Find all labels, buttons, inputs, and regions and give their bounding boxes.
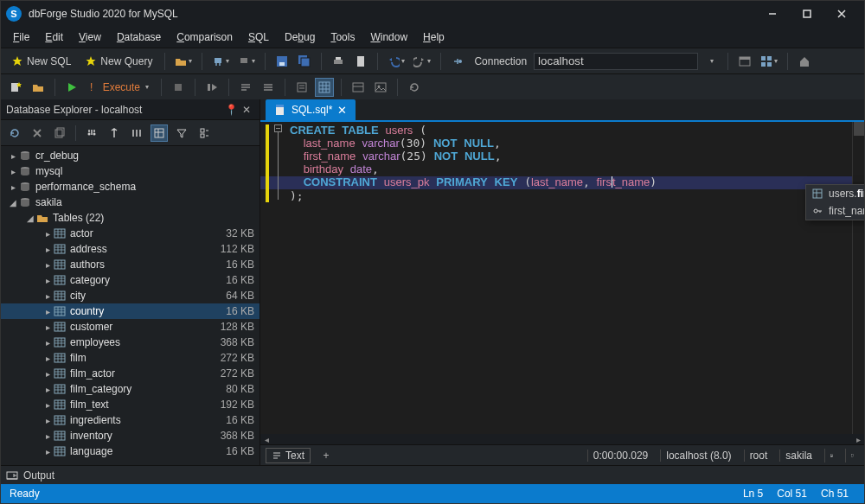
tree-item[interactable]: ▸ customer 128 KB (1, 319, 260, 335)
explorer-tree[interactable]: ▸ cr_debug ▸ mysql ▸ performance_schema … (1, 146, 260, 465)
text-mode-button[interactable]: Text (266, 448, 311, 463)
svg-rect-26 (319, 82, 330, 93)
new-query-button[interactable]: New Query (80, 52, 157, 71)
undo-button[interactable]: ▾ (385, 52, 407, 71)
execute-button[interactable]: ! Execute▾ (85, 78, 154, 97)
minimize-button[interactable] (755, 1, 790, 27)
open-button[interactable]: ▾ (172, 52, 195, 71)
filter1-button[interactable] (83, 124, 100, 142)
filter2-button[interactable] (106, 124, 123, 142)
props-button[interactable] (195, 124, 213, 142)
delete-button[interactable] (29, 124, 46, 142)
panel-close-icon[interactable]: ✕ (239, 104, 254, 116)
save-all-button[interactable] (295, 52, 314, 71)
tree-item[interactable]: ▸ mysql (1, 163, 260, 179)
stop-button[interactable] (169, 78, 188, 97)
new-script-button[interactable] (6, 78, 25, 97)
horizontal-scrollbar[interactable]: ◂▸ (260, 434, 864, 444)
tree-item[interactable]: ▸ country 16 KB (1, 303, 260, 319)
tree-item[interactable]: ▸ actor 32 KB (1, 226, 260, 241)
tree-item[interactable]: ▸ film 272 KB (1, 350, 260, 366)
start-page-button[interactable] (795, 52, 814, 71)
designer-button[interactable] (349, 78, 368, 97)
folder-script-icon (32, 81, 44, 93)
conn-add-button[interactable]: ▾ (209, 52, 232, 71)
new-window-button[interactable] (735, 52, 754, 71)
tree-item[interactable]: ▸ film_actor 272 KB (1, 366, 260, 381)
details-toggle-button[interactable] (151, 124, 168, 142)
svg-rect-48 (54, 338, 65, 347)
add-view-button[interactable]: + (317, 450, 335, 462)
menu-database[interactable]: Database (110, 29, 168, 45)
menu-tools[interactable]: Tools (324, 29, 362, 45)
print-button[interactable] (329, 52, 348, 71)
tree-item[interactable]: ◢ sakila (1, 195, 260, 210)
tree-item[interactable]: ▸ ingredients 16 KB (1, 412, 260, 428)
layout-button[interactable]: ▾ (758, 52, 780, 71)
status-ln: Ln 5 (736, 488, 770, 500)
pin-icon[interactable]: 📍 (223, 104, 239, 116)
svg-rect-28 (375, 83, 386, 92)
tree-item[interactable]: ▸ category 16 KB (1, 272, 260, 288)
conn-drop-button[interactable]: ▾ (235, 52, 258, 71)
filter-button[interactable] (173, 124, 190, 142)
menu-help[interactable]: Help (416, 29, 452, 45)
redo-button[interactable]: ▾ (411, 52, 433, 71)
tab-sql[interactable]: SQL.sql* ✕ (266, 99, 356, 120)
comment-button[interactable] (236, 78, 255, 97)
tree-item[interactable]: ▸ performance_schema (1, 179, 260, 195)
image-button[interactable] (371, 78, 390, 97)
tree-item[interactable]: ▸ city 64 KB (1, 288, 260, 303)
status-ready: Ready (10, 488, 736, 500)
tree-item[interactable]: ▸ film_text 192 KB (1, 397, 260, 412)
new-button[interactable] (51, 124, 68, 142)
tree-item[interactable]: ▸ film_category 80 KB (1, 381, 260, 397)
plug-connect-icon (452, 55, 464, 67)
tree-item[interactable]: ◢ Tables (22) (1, 210, 260, 226)
code-text[interactable]: CREATE TABLE users ( last_name varchar(3… (260, 122, 864, 431)
menu-file[interactable]: File (6, 29, 36, 45)
close-button[interactable] (824, 1, 859, 27)
cc-item[interactable]: first_name varchar(25) NOT NULL (806, 202, 864, 220)
uncomment-button[interactable] (259, 78, 278, 97)
svg-rect-52 (54, 400, 65, 409)
footer-expand-icon[interactable] (845, 449, 859, 463)
step-button[interactable] (202, 78, 221, 97)
window-title: dbForge Studio 2020 for MySQL (29, 8, 755, 20)
tree-item[interactable]: ▸ inventory 368 KB (1, 428, 260, 443)
new-sql-button[interactable]: New SQL (6, 52, 76, 71)
folder-open-icon (175, 55, 187, 67)
code-editor[interactable]: CREATE TABLE users ( last_name varchar(3… (260, 122, 864, 444)
connection-input[interactable] (534, 53, 698, 70)
filter3-button[interactable] (128, 124, 145, 142)
menu-edit[interactable]: Edit (38, 29, 70, 45)
maximize-button[interactable] (790, 1, 824, 27)
connection-drop-caret[interactable]: ▾ (702, 52, 721, 71)
menu-comparison[interactable]: Comparison (170, 29, 240, 45)
menu-debug[interactable]: Debug (278, 29, 322, 45)
grid-result-button[interactable] (315, 78, 334, 97)
output-panel-tab[interactable]: Output (1, 465, 864, 484)
menu-window[interactable]: Window (363, 29, 414, 45)
refresh-explorer-button[interactable] (6, 124, 23, 142)
connection-icon[interactable] (448, 52, 467, 71)
refresh-button[interactable] (405, 78, 424, 97)
print-preview-button[interactable] (351, 52, 370, 71)
menu-sql[interactable]: SQL (241, 29, 276, 45)
run-button[interactable] (62, 78, 81, 97)
tree-item[interactable]: ▸ cr_debug (1, 148, 260, 163)
open-script-button[interactable] (29, 78, 48, 97)
svg-rect-57 (276, 105, 284, 107)
menu-view[interactable]: View (72, 29, 108, 45)
svg-rect-22 (175, 84, 182, 91)
code-completion-popup[interactable]: users.first_name (Column) first_name var… (805, 184, 864, 220)
tree-item[interactable]: ▸ employees 368 KB (1, 335, 260, 350)
doc-outline-button[interactable] (292, 78, 311, 97)
footer-panel-icon[interactable] (824, 449, 838, 463)
tree-item[interactable]: ▸ authors 16 KB (1, 257, 260, 272)
vertical-scrollbar[interactable] (852, 122, 864, 434)
tree-item[interactable]: ▸ address 112 KB (1, 241, 260, 257)
save-button[interactable] (272, 52, 292, 71)
tree-item[interactable]: ▸ language 16 KB (1, 443, 260, 459)
tab-close-icon[interactable]: ✕ (337, 104, 347, 117)
